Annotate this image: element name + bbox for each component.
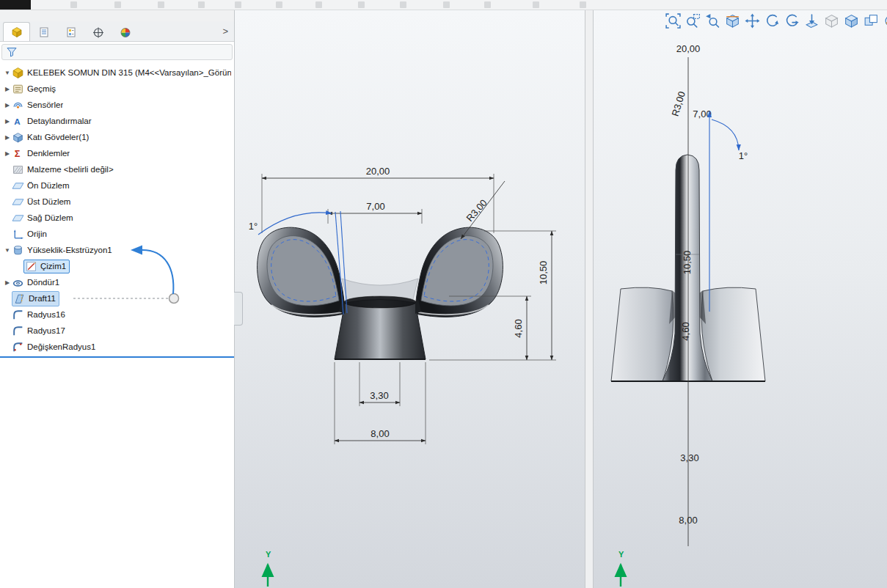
tree-item-label: Geçmiş xyxy=(27,84,56,93)
tree-item-label: Sensörler xyxy=(27,100,63,109)
sketch-icon xyxy=(25,260,37,273)
part-icon xyxy=(12,67,24,79)
featuremanager-tab-icon[interactable] xyxy=(3,22,30,41)
panel-expand-chevron-icon[interactable]: > xyxy=(222,26,228,36)
toolbar-remnant-icon xyxy=(235,1,241,8)
history-icon xyxy=(12,83,24,95)
highlighted-sketch-box[interactable]: Çizim1 xyxy=(23,260,70,273)
tree-item-orijin[interactable]: Orijin xyxy=(0,226,234,242)
rotate-view-icon[interactable] xyxy=(763,12,781,30)
tree-item-denklemler[interactable]: ▶ Denklemler xyxy=(0,145,234,161)
expand-arrow-icon[interactable]: ▼ xyxy=(3,70,12,76)
propertymanager-tab-icon[interactable] xyxy=(30,22,57,41)
rollback-bar[interactable] xyxy=(0,356,234,358)
section-view-icon[interactable] xyxy=(723,12,742,30)
dim-front-wing-top-width[interactable]: 7,00 xyxy=(366,201,384,212)
expand-arrow-icon[interactable]: ▶ xyxy=(3,134,12,141)
viewport-splitter[interactable] xyxy=(585,10,594,588)
feature-tree: ▼ KELEBEK SOMUN DIN 315 (M4<<Varsayılan>… xyxy=(0,62,234,355)
pan-icon[interactable] xyxy=(743,12,762,30)
tree-item-label: Orijin xyxy=(27,229,47,238)
tree-item-label: Detaylandırmalar xyxy=(27,117,92,125)
toolbar-remnant-icon xyxy=(484,1,491,8)
dim-side-draft-angle[interactable]: 1° xyxy=(739,150,748,161)
sensors-icon xyxy=(12,99,24,111)
dim-front-overall-width[interactable]: 20,00 xyxy=(366,166,390,177)
dimxpert-tab-icon[interactable] xyxy=(84,22,112,41)
expand-arrow-icon[interactable]: ▶ xyxy=(3,102,12,109)
toolbar-remnant-icon xyxy=(580,1,586,8)
roll-view-icon[interactable] xyxy=(783,12,801,30)
selected-item-highlight[interactable]: Draft11 xyxy=(12,291,59,306)
part-name: KELEBEK SOMUN DIN 315 (M4<<Varsayılan>_G… xyxy=(27,68,231,77)
zoom-area-icon[interactable] xyxy=(684,12,702,30)
fillet-icon xyxy=(12,325,24,337)
panel-tab-bar: > xyxy=(0,21,234,42)
axis-y-label: Y xyxy=(266,550,271,559)
tree-item-sensorler[interactable]: ▶ Sensörler xyxy=(0,97,234,113)
dim-side-wing-top-width[interactable]: 7,00 xyxy=(693,109,711,120)
toolbar-remnant-icon xyxy=(198,1,205,8)
tree-item-sag-duzlem[interactable]: Sağ Düzlem xyxy=(0,210,234,226)
expand-arrow-icon[interactable]: ▶ xyxy=(3,150,12,157)
display-style-icon[interactable] xyxy=(842,12,861,30)
tree-item-malzeme[interactable]: Malzeme <belirli değil> xyxy=(0,161,234,177)
extrude-icon xyxy=(12,244,24,257)
tree-item-on-duzlem[interactable]: Ön Düzlem xyxy=(0,177,234,194)
tree-item-detaylandirmalar[interactable]: ▶ Detaylandırmalar xyxy=(0,113,234,129)
edit-appearance-icon[interactable] xyxy=(882,12,887,30)
normal-to-icon[interactable] xyxy=(803,12,821,30)
configurationmanager-tab-icon[interactable] xyxy=(57,22,84,41)
dim-side-hole-diameter[interactable]: 3,30 xyxy=(680,452,698,463)
toolbar-remnant-icon xyxy=(70,1,77,8)
dim-side-wing-radius[interactable]: R3,00 xyxy=(669,90,687,118)
material-icon xyxy=(12,163,24,176)
panel-splitter-handle[interactable] xyxy=(234,292,243,326)
displaymanager-tab-icon[interactable] xyxy=(112,22,139,41)
tree-item-radyus17[interactable]: Radyus17 xyxy=(0,323,234,339)
expand-arrow-icon[interactable]: ▶ xyxy=(3,279,12,286)
tree-item-draft11[interactable]: Draft11 xyxy=(0,290,234,306)
draft-icon xyxy=(13,293,26,305)
model-drawing[interactable]: 20,00 7,00 R3,00 1° 10,50 4,60 3,30 8,00 xyxy=(235,10,887,588)
tree-item-dondur1[interactable]: ▶ Döndür1 xyxy=(0,274,234,290)
toolbar-remnant-icon xyxy=(358,1,365,8)
tree-item-ust-duzlem[interactable]: Üst Düzlem xyxy=(0,194,234,210)
previous-view-icon[interactable] xyxy=(704,12,722,30)
dim-front-base-width[interactable]: 8,00 xyxy=(371,428,389,439)
dim-front-hole-diameter[interactable]: 3,30 xyxy=(370,390,388,401)
window-tab[interactable] xyxy=(0,0,31,10)
tree-item-label: Sağ Düzlem xyxy=(27,213,73,222)
dim-side-overall-height[interactable]: 10,50 xyxy=(682,251,693,275)
expand-arrow-icon[interactable]: ▶ xyxy=(3,118,12,125)
tree-item-label: Denklemler xyxy=(27,149,70,158)
dim-front-wing-radius[interactable]: R3,00 xyxy=(464,197,489,224)
view-orientation-icon[interactable] xyxy=(822,12,841,30)
front-view-model[interactable] xyxy=(258,227,503,359)
tree-item-cizim1[interactable]: Çizim1 xyxy=(0,258,234,274)
tree-item-gecmis[interactable]: ▶ Geçmiş xyxy=(0,81,234,97)
tree-item-kati-govdeler[interactable]: ▶ Katı Gövdeler(1) xyxy=(0,129,234,145)
dim-side-overall-width[interactable]: 20,00 xyxy=(676,43,701,54)
origin-icon xyxy=(12,228,24,240)
tree-root-item[interactable]: ▼ KELEBEK SOMUN DIN 315 (M4<<Varsayılan>… xyxy=(0,65,234,81)
hide-show-items-icon[interactable] xyxy=(862,12,880,30)
headsup-view-toolbar xyxy=(664,12,887,30)
tree-filter-bar[interactable] xyxy=(1,44,233,60)
axis-triad-left: Y xyxy=(266,550,271,587)
expand-arrow-icon[interactable]: ▼ xyxy=(3,247,12,254)
tree-item-yukseklik-ekstruzyon1[interactable]: ▼ Yükseklik-Ekstrüzyon1 xyxy=(0,242,234,258)
dim-side-base-height[interactable]: 4,60 xyxy=(680,322,691,340)
dim-front-base-height[interactable]: 4,60 xyxy=(513,319,524,337)
zoom-fit-icon[interactable] xyxy=(664,12,682,30)
toolbar-remnant-icon xyxy=(533,1,539,8)
dim-front-draft-angle[interactable]: 1° xyxy=(249,221,258,232)
tree-item-radyus16[interactable]: Radyus16 xyxy=(0,306,234,323)
tree-item-label: Döndür1 xyxy=(27,278,59,287)
revolve-icon xyxy=(12,276,24,289)
tree-item-label: Ön Düzlem xyxy=(27,181,70,190)
tree-item-degiskenradyus1[interactable]: DeğişkenRadyus1 xyxy=(0,339,234,355)
dim-side-base-width[interactable]: 8,00 xyxy=(679,515,697,526)
dim-front-overall-height[interactable]: 10,50 xyxy=(538,261,549,285)
expand-arrow-icon[interactable]: ▶ xyxy=(3,86,12,92)
